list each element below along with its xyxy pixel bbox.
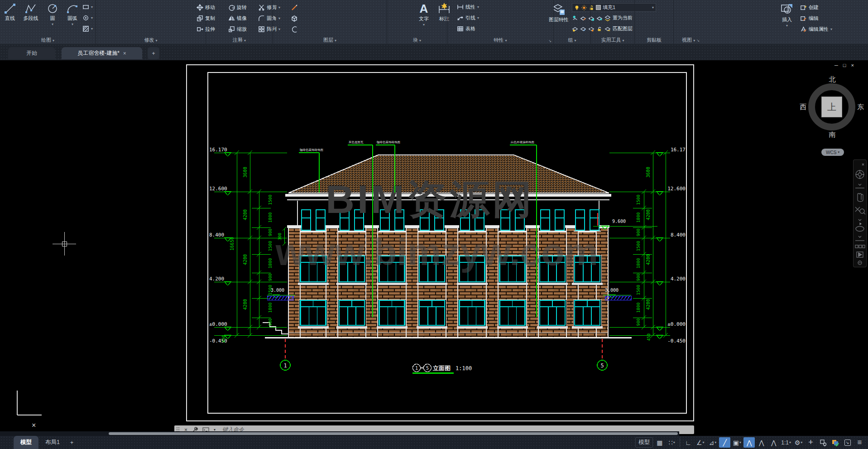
customization-menu-button[interactable]: ≡	[854, 437, 865, 448]
panel-label-draw[interactable]: 绘图 ▾	[0, 37, 96, 43]
compass-west[interactable]: 西	[800, 103, 806, 111]
showmotion-icon	[855, 245, 858, 248]
snap-icon: ∷	[669, 439, 673, 446]
compass-east[interactable]: 东	[857, 103, 864, 111]
panel-label-properties[interactable]: 特性 ▾ ↘	[447, 37, 553, 43]
plus-icon: +	[808, 438, 813, 447]
panel-label-view[interactable]: 视图 ▾ ↘	[674, 37, 708, 43]
block-edit-button[interactable]: 编辑	[800, 15, 819, 22]
svg-text:±0.000: ±0.000	[209, 321, 227, 327]
otrack-icon: ╱	[723, 439, 727, 446]
chevron-down-icon: ▾	[91, 16, 93, 20]
hamburger-icon: ≡	[858, 438, 862, 447]
hatch-button[interactable]: ▾	[82, 25, 93, 32]
polyline-label: 多段线	[24, 15, 38, 21]
drawing-canvas[interactable]: BIM资源网www.bimzyw.com咖啡色装饰砖饰面灰色屋面瓦咖啡色装饰砖饰…	[0, 0, 868, 449]
panel-view: 基点▾ 视图 ▾ ↘	[674, 0, 708, 44]
svg-text:8.400: 8.400	[671, 232, 686, 238]
circle-icon	[47, 3, 58, 14]
isodraft-toggle[interactable]: ⊿▾	[707, 437, 718, 448]
performance-icon	[832, 439, 839, 446]
panel-draw: 直线 多段线 圆 ▾ 圆弧 ▾ ▾ ▾ ▾ 绘图 ▾	[0, 0, 96, 44]
chevron-down-icon: ▾	[91, 5, 93, 9]
svg-text:900: 900	[268, 318, 273, 326]
svg-text:白色外墙涂料饰面: 白色外墙涂料饰面	[511, 140, 535, 144]
clean-screen-button[interactable]: ↘	[842, 437, 853, 448]
svg-text:900: 900	[636, 318, 641, 326]
snap-mode-1[interactable]: ⋀	[743, 437, 755, 448]
chevron-down-icon	[858, 236, 861, 237]
svg-text:1500: 1500	[268, 241, 273, 251]
gear-icon: ⚙	[795, 439, 801, 446]
move-icon	[197, 4, 203, 11]
close-icon[interactable]: ×	[123, 50, 126, 57]
edit-attributes-button[interactable]: 编辑属性▾	[800, 26, 832, 33]
snap-mode-3[interactable]: ⋀	[768, 437, 779, 448]
polar-tracking-toggle[interactable]: ∠▾	[695, 437, 706, 448]
grid-toggle[interactable]: ▦	[654, 437, 665, 448]
insert-button[interactable]: 插入▾	[777, 2, 796, 29]
snap-toggle[interactable]: ∷▾	[666, 437, 677, 448]
canopy-right	[605, 296, 631, 300]
panel-label-modify[interactable]: 修改 ▾	[96, 37, 206, 43]
document-tab-label: 员工宿舍楼-建施*	[77, 49, 120, 57]
arc-label: 圆弧	[67, 15, 77, 21]
add-layout-button[interactable]: +	[67, 436, 77, 449]
wcs-dropdown[interactable]: WCS▾	[821, 149, 844, 156]
compass-north[interactable]: 北	[802, 75, 862, 84]
tracking-icon: ⋀	[759, 439, 764, 446]
isodraft-icon: ⊿	[709, 439, 714, 446]
tab-start[interactable]: 开始	[8, 47, 55, 59]
layout1-tab[interactable]: 布局1	[38, 436, 67, 449]
svg-text:1500: 1500	[636, 285, 641, 295]
status-bar: 模型 布局1 + 模型 ▦ ∷▾ ∟ ∠▾ ⊿▾ ╱ ▣▾ ⋀ ⋀ ⋀ 1:1▾…	[0, 436, 868, 449]
close-icon[interactable]: ×	[851, 63, 854, 68]
line-label: 直线	[5, 15, 15, 21]
compass-south[interactable]: 南	[802, 130, 862, 139]
polyline-button[interactable]: 多段线	[19, 3, 43, 21]
new-tab-button[interactable]: +	[148, 47, 159, 59]
tab-document-active[interactable]: 员工宿舍楼-建施* ×	[62, 47, 142, 59]
annotation-visibility-button[interactable]: +	[805, 437, 816, 448]
zoom-arrows-icon	[855, 207, 860, 212]
rectangle-button[interactable]: ▾	[82, 4, 93, 10]
chevron-down-icon: ▾	[52, 22, 53, 27]
panel-label-group[interactable]: 组 ▾	[554, 37, 590, 43]
osnap-icon: ▣	[733, 439, 739, 446]
scrollbar-thumb[interactable]	[109, 432, 678, 435]
panel-label-block[interactable]: 块 ▾	[387, 37, 447, 43]
object-snap-toggle[interactable]: ▣▾	[731, 437, 743, 448]
ortho-toggle[interactable]: ∟	[682, 437, 694, 448]
object-snap-tracking-toggle[interactable]: ╱	[719, 437, 730, 448]
polyline-icon	[25, 3, 37, 14]
svg-text:3.000: 3.000	[605, 288, 619, 293]
fullscreen-icon: ↘	[844, 439, 851, 446]
block-create-button[interactable]: 创建	[800, 4, 819, 11]
model-tab[interactable]: 模型	[14, 436, 38, 449]
workspace-gear-button[interactable]: ⚙▾	[793, 437, 804, 448]
ellipse-button[interactable]: ▾	[82, 14, 93, 21]
panel-label-layers[interactable]: 图层 ▾	[273, 37, 387, 43]
restore-icon[interactable]: □	[843, 63, 846, 68]
line-button[interactable]: 直线	[1, 3, 19, 21]
svg-text:4.200: 4.200	[671, 276, 686, 282]
snap-mode-2[interactable]: ⋀	[756, 437, 767, 448]
panel-expand-icon[interactable]: ↘	[548, 39, 551, 43]
panel-label-annotate[interactable]: 注释 ▾	[206, 37, 273, 43]
annotation-scale-button[interactable]: 1:1▾	[780, 437, 792, 448]
graphics-performance-button[interactable]	[830, 437, 841, 448]
panel-label-utilities[interactable]: 实用工具 ▾	[591, 37, 634, 43]
viewcube: 北 南 西 东 上 WCS▾	[802, 76, 862, 159]
panel-block: 插入▾ 创建 编辑 编辑属性▾ 块 ▾	[387, 0, 447, 44]
svg-text:3600: 3600	[646, 167, 651, 178]
circle-button[interactable]: 圆 ▾	[43, 3, 62, 27]
minimize-icon[interactable]: ─	[834, 63, 838, 68]
svg-text:1500: 1500	[636, 241, 641, 251]
panel-annotate: A 文字▾ 标注 线性▾ 引线▾ 表格 注释 ▾	[206, 0, 273, 44]
arc-button[interactable]: 圆弧 ▾	[62, 3, 82, 27]
navigation-bar[interactable]	[853, 159, 867, 267]
viewcube-top-face[interactable]: 上	[821, 97, 842, 117]
isolate-objects-button[interactable]	[817, 437, 829, 448]
panel-label-clipboard[interactable]: 剪贴板	[635, 37, 673, 43]
model-space-button[interactable]: 模型	[635, 437, 653, 448]
